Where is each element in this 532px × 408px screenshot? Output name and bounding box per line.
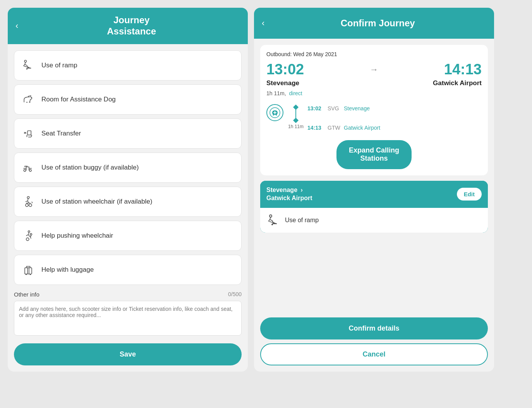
list-item[interactable]: Help with luggage	[14, 255, 242, 285]
stop-code-0: SVG	[328, 104, 341, 113]
stop-rows: 13:02 SVG Stevenage 14:13 GTW Gatwick Ai…	[307, 104, 380, 132]
depart-station: Stevenage	[266, 79, 299, 87]
bottom-buttons: Confirm details Cancel	[254, 314, 494, 372]
arrive-station: Gatwick Airport	[433, 79, 482, 87]
stop-name-1[interactable]: Gatwick Airport	[344, 123, 380, 132]
svg-point-16	[26, 273, 27, 275]
other-info-label: Other info	[14, 291, 39, 298]
svg-point-3	[28, 96, 29, 98]
route-detail-label: Use of ramp	[285, 217, 319, 224]
svg-point-17	[30, 273, 31, 275]
route-detail: Use of ramp	[260, 208, 488, 233]
buggy-icon	[21, 160, 36, 175]
left-back-button[interactable]: ‹	[15, 21, 18, 31]
list-item[interactable]: Seat Transfer	[14, 118, 242, 149]
outbound-label: Outbound: Wed 26 May 2021	[266, 51, 482, 57]
stops-block: 1h 11m 13:02 SVG Stevenage 14:13 G	[288, 104, 380, 132]
seat-icon	[21, 126, 36, 141]
right-back-button[interactable]: ‹	[262, 18, 264, 28]
svg-point-22	[273, 222, 275, 224]
save-button[interactable]: Save	[14, 343, 242, 365]
right-content: Outbound: Wed 26 May 2021 13:02 → 14:13 …	[254, 39, 494, 314]
edit-button[interactable]: Edit	[457, 188, 482, 201]
stop-time-0: 13:02	[307, 104, 324, 113]
list-item[interactable]: Room for Assistance Dog	[14, 84, 242, 115]
stop-code-1: GTW	[328, 123, 341, 132]
svg-point-1	[27, 67, 29, 68]
luggage-label: Help with luggage	[41, 266, 94, 274]
other-info-section: Other info 0/500	[8, 291, 248, 343]
route-ramp-icon	[266, 213, 280, 227]
journey-card: Outbound: Wed 26 May 2021 13:02 → 14:13 …	[260, 45, 488, 175]
svg-rect-4	[27, 130, 31, 135]
svg-point-9	[29, 204, 32, 206]
seat-label: Seat Transfer	[41, 130, 81, 137]
train-logo	[266, 104, 283, 121]
svg-point-0	[24, 60, 26, 62]
right-panel-title: Confirm Journey	[269, 18, 486, 29]
stop-entry: 13:02 SVG Stevenage	[307, 104, 380, 113]
push-wheelchair-icon	[21, 228, 36, 243]
svg-point-23	[271, 224, 273, 225]
times-row: 13:02 → 14:13	[266, 61, 482, 78]
arrive-time: 14:13	[444, 61, 482, 78]
dog-icon	[21, 92, 36, 107]
svg-point-12	[30, 233, 32, 235]
list-item[interactable]: Use of station wheelchair (if available)	[14, 187, 242, 217]
svg-point-11	[26, 238, 29, 240]
svg-point-5	[24, 169, 26, 171]
list-item[interactable]: Help pushing wheelchair	[14, 221, 242, 251]
arrow-icon: →	[370, 65, 378, 75]
depart-time: 13:02	[266, 61, 304, 78]
svg-point-21	[269, 215, 272, 217]
svg-point-10	[28, 231, 30, 233]
timeline: 1h 11m	[288, 104, 304, 129]
station-wheelchair-label: Use of station wheelchair (if available)	[41, 198, 152, 206]
svg-rect-13	[25, 267, 32, 274]
route-summary: Stevenage › Gatwick Airport Edit	[260, 181, 488, 233]
direct-link[interactable]: direct	[289, 90, 302, 96]
stop-time-1: 14:13	[307, 123, 324, 132]
svg-point-2	[26, 68, 28, 70]
list-item[interactable]: Use of ramp	[14, 50, 242, 81]
expand-calling-stations-button[interactable]: Expand Calling Stations	[336, 140, 412, 169]
journey-detail: 1h 11m 13:02 SVG Stevenage 14:13 G	[266, 101, 482, 135]
other-info-textarea[interactable]	[14, 301, 242, 336]
ramp-icon	[21, 58, 36, 73]
other-info-count: 0/500	[228, 291, 242, 298]
push-wheelchair-label: Help pushing wheelchair	[41, 232, 113, 240]
confirm-details-button[interactable]: Confirm details	[260, 317, 488, 339]
left-panel-title: Journey Assistance	[23, 15, 240, 37]
stop-name-0[interactable]: Stevenage	[344, 104, 370, 113]
stop-duration: 1h 11m	[288, 124, 304, 129]
svg-point-6	[29, 169, 31, 171]
left-header: ‹ Journey Assistance	[8, 8, 248, 44]
list-item[interactable]: Use of station buggy (if available)	[14, 153, 242, 183]
buggy-label: Use of station buggy (if available)	[41, 164, 139, 171]
luggage-icon	[21, 262, 36, 278]
dog-label: Room for Assistance Dog	[41, 96, 116, 103]
route-header-text: Stevenage › Gatwick Airport	[266, 186, 312, 202]
stations-row: Stevenage Gatwick Airport	[266, 79, 482, 87]
right-panel: ‹ Confirm Journey Outbound: Wed 26 May 2…	[254, 8, 494, 372]
svg-point-19	[273, 115, 274, 116]
stop-entry: 14:13 GTW Gatwick Airport	[307, 123, 380, 132]
right-header: ‹ Confirm Journey	[254, 8, 494, 39]
route-header: Stevenage › Gatwick Airport Edit	[260, 181, 488, 208]
duration-row: 1h 11m, direct	[266, 90, 482, 96]
svg-point-8	[26, 204, 28, 206]
svg-point-7	[27, 196, 29, 198]
assistance-list: Use of ramp Room for Assistance Dog	[8, 44, 248, 291]
station-wheelchair-icon	[21, 194, 36, 209]
svg-point-20	[276, 115, 277, 116]
cancel-button[interactable]: Cancel	[260, 343, 488, 365]
ramp-label: Use of ramp	[41, 62, 77, 69]
left-panel: ‹ Journey Assistance Use of ra	[8, 8, 248, 372]
